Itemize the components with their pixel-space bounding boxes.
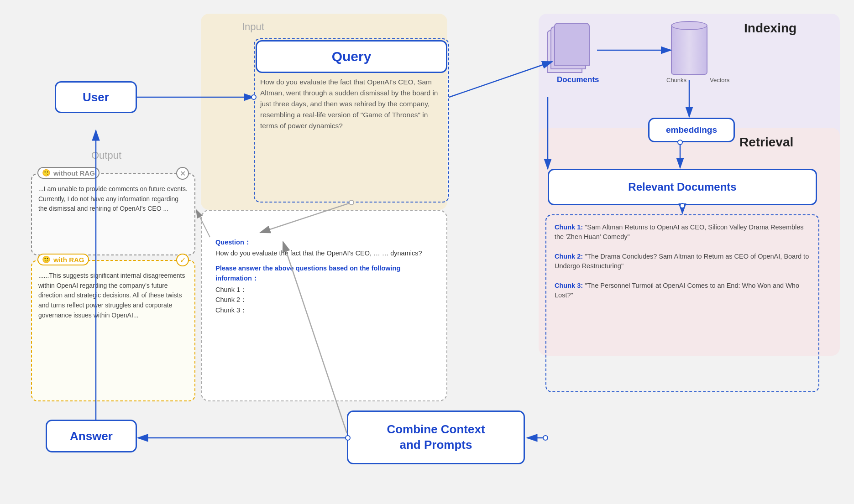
- answer-node: Answer: [46, 420, 137, 452]
- without-rag-text: ...I am unable to provide comments on fu…: [38, 184, 188, 214]
- label-retrieval: Retrieval: [739, 135, 793, 150]
- relevant-documents-node: Relevant Documents: [548, 169, 817, 205]
- svg-point-16: [543, 436, 548, 440]
- chunk-3: Chunk 3: "The Personnel Turmoil at OpenA…: [555, 281, 810, 300]
- with-rag-text: ......This suggests significant internal…: [38, 271, 188, 320]
- vectors-label: Vectors: [710, 77, 729, 83]
- with-rag-check-icon: ✓: [176, 254, 189, 266]
- query-node: Query: [256, 40, 447, 73]
- embeddings-node: embeddings: [648, 118, 735, 142]
- vectors-icon: [671, 25, 707, 75]
- chunk-1: Chunk 1: "Sam Altman Returns to OpenAI a…: [555, 223, 810, 242]
- without-rag-x-icon: ✕: [176, 167, 189, 180]
- chunks-box: Chunk 1: "Sam Altman Returns to OpenAI a…: [545, 214, 819, 392]
- generation-content: Question： How do you evaluate the fact t…: [210, 233, 443, 320]
- combine-node: Combine Context and Prompts: [347, 410, 525, 464]
- happy-face-icon: 🙂: [42, 255, 51, 264]
- with-rag-box: 🙂 with RAG ✓ ......This suggests signifi…: [31, 260, 195, 401]
- chunks-label: Chunks: [666, 77, 686, 83]
- without-rag-label: 🙁 without RAG: [37, 167, 100, 179]
- svg-line-5: [449, 62, 552, 97]
- chunk-2: Chunk 2: "The Drama Concludes? Sam Altma…: [555, 252, 810, 271]
- without-rag-box: 🙁 without RAG ✕ ...I am unable to provid…: [31, 173, 195, 255]
- query-text: How do you evaluate the fact that OpenAI…: [257, 77, 446, 131]
- user-node: User: [55, 81, 137, 113]
- label-input: Input: [242, 21, 264, 33]
- documents-label: Documents: [557, 75, 599, 84]
- label-indexing: Indexing: [744, 21, 796, 36]
- label-output: Output: [91, 150, 121, 161]
- with-rag-label: 🙂 with RAG: [37, 254, 89, 265]
- sad-face-icon: 🙁: [42, 169, 51, 177]
